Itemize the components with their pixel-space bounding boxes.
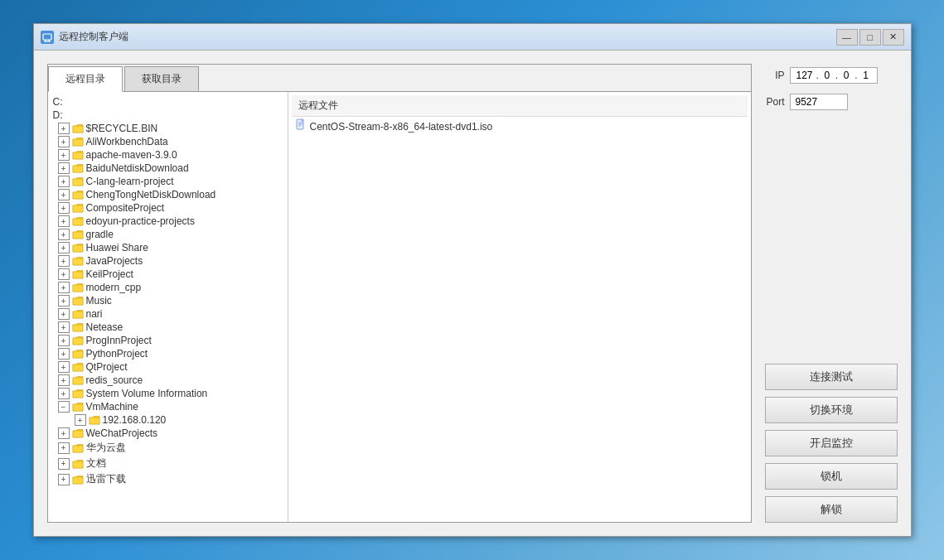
tree-expander[interactable]: +	[75, 414, 86, 426]
tree-item[interactable]: + JavaProjects	[48, 254, 288, 268]
tree-expander[interactable]: +	[58, 442, 70, 454]
tab-acquire-dir[interactable]: 获取目录	[124, 66, 199, 91]
tree-expander[interactable]: +	[58, 474, 70, 485]
tree-item-label: $RECYCLE.BIN	[86, 123, 158, 134]
tree-expander[interactable]: +	[58, 215, 70, 227]
tree-item-label: nari	[86, 308, 103, 320]
ip-input-group: . . .	[790, 67, 878, 84]
tree-item[interactable]: + ProgInnProject	[48, 334, 288, 347]
drive-c-label: C:	[53, 96, 63, 108]
folder-icon	[72, 402, 84, 412]
tree-item[interactable]: + C-lang-learn-project	[48, 175, 288, 188]
list-item[interactable]: CentOS-Stream-8-x86_64-latest-dvd1.iso	[292, 117, 748, 134]
tree-expander[interactable]: +	[58, 348, 70, 360]
tree-item[interactable]: + Music	[48, 294, 288, 307]
tree-item[interactable]: + AliWorkbenchData	[48, 135, 288, 148]
switch-env-button[interactable]: 切换环境	[765, 397, 898, 423]
tree-item-label: apache-maven-3.9.0	[86, 149, 177, 161]
tree-expander[interactable]: +	[58, 123, 70, 134]
tree-item[interactable]: + gradle	[48, 228, 288, 241]
tree-item[interactable]: + WeChatProjects	[48, 427, 288, 440]
folder-icon	[72, 336, 84, 345]
tree-item[interactable]: + KeilProject	[48, 268, 288, 281]
tree-item-label: 迅雷下载	[86, 472, 126, 486]
tree-expander[interactable]: +	[58, 136, 70, 147]
tree-expander[interactable]: +	[58, 162, 70, 174]
folder-icon	[72, 362, 84, 372]
drive-c[interactable]: C:	[48, 95, 288, 109]
ip-label: IP	[765, 70, 785, 81]
tree-item[interactable]: + System Volume Information	[48, 387, 288, 400]
tree-expander[interactable]: +	[58, 176, 70, 187]
tab-remote-dir[interactable]: 远程目录	[48, 66, 123, 92]
folder-icon	[72, 322, 84, 332]
tree-item[interactable]: + 文档	[48, 456, 288, 471]
tree-expander[interactable]: +	[58, 388, 70, 399]
ip-part-4[interactable]	[859, 70, 874, 81]
file-panel: 远程文件 CentOS-Stream-8-x86_64-latest-dvd1.…	[288, 92, 751, 522]
tree-item-label: AliWorkbenchData	[86, 136, 168, 147]
tree-item-label: Netease	[86, 321, 123, 333]
folder-icon	[72, 229, 84, 239]
tree-item[interactable]: + $RECYCLE.BIN	[48, 122, 288, 135]
tree-expander[interactable]: −	[58, 401, 70, 413]
tree-expander[interactable]: +	[58, 202, 70, 214]
tree-item[interactable]: + redis_source	[48, 374, 288, 387]
tree-item[interactable]: + Huawei Share	[48, 241, 288, 254]
file-name: CentOS-Stream-8-x86_64-latest-dvd1.iso	[310, 121, 493, 133]
tree-item[interactable]: + 迅雷下载	[48, 471, 288, 487]
ip-part-3[interactable]	[839, 70, 854, 81]
connect-test-button[interactable]: 连接测试	[765, 364, 898, 390]
tree-expander[interactable]: +	[58, 255, 70, 267]
close-button[interactable]: ✕	[883, 29, 904, 46]
tree-expander[interactable]: +	[58, 308, 70, 320]
tree-item[interactable]: + ChengTongNetDiskDownload	[48, 188, 288, 201]
ip-part-1[interactable]	[794, 70, 816, 81]
ip-part-2[interactable]	[820, 70, 835, 81]
tree-expander[interactable]: +	[58, 149, 70, 161]
window-body: 远程目录 获取目录 C: D: + $RECYCLE.BIN+ AliWorkb…	[34, 51, 911, 536]
tree-item-label: ChengTongNetDiskDownload	[86, 189, 216, 200]
tree-item[interactable]: + apache-maven-3.9.0	[48, 148, 288, 162]
tree-item[interactable]: + Netease	[48, 321, 288, 334]
tree-item-label: modern_cpp	[86, 282, 142, 293]
tree-item[interactable]: + 华为云盘	[48, 440, 288, 456]
tree-expander[interactable]: +	[58, 335, 70, 346]
tree-expander[interactable]: +	[58, 321, 70, 333]
start-monitor-button[interactable]: 开启监控	[765, 430, 898, 456]
tree-expander[interactable]: +	[58, 427, 70, 439]
lock-button[interactable]: 锁机	[765, 463, 898, 490]
tree-item[interactable]: + modern_cpp	[48, 281, 288, 294]
drive-d[interactable]: D:	[48, 109, 288, 122]
file-icon	[295, 118, 307, 130]
folder-icon	[72, 190, 84, 200]
folder-icon	[72, 243, 84, 253]
tree-item[interactable]: + nari	[48, 307, 288, 321]
maximize-button[interactable]: □	[859, 29, 881, 46]
tree-item-label: C-lang-learn-project	[86, 176, 174, 187]
tree-expander[interactable]: +	[58, 268, 70, 280]
tree-item[interactable]: + CompositeProject	[48, 201, 288, 215]
tree-panel[interactable]: C: D: + $RECYCLE.BIN+ AliWorkbenchData+ …	[48, 92, 288, 522]
tree-expander[interactable]: +	[58, 374, 70, 386]
tree-expander[interactable]: +	[58, 361, 70, 373]
tree-expander[interactable]: +	[58, 242, 70, 253]
tree-item[interactable]: + PythonProject	[48, 347, 288, 360]
port-input[interactable]	[790, 94, 848, 110]
tree-item[interactable]: + 192.168.0.120	[48, 413, 288, 427]
folder-icon	[72, 459, 84, 469]
tree-item[interactable]: + edoyun-practice-projects	[48, 215, 288, 228]
tree-expander[interactable]: +	[58, 458, 70, 470]
tree-expander[interactable]: +	[58, 229, 70, 240]
tree-expander[interactable]: +	[58, 295, 70, 307]
tree-item[interactable]: − VmMachine	[48, 400, 288, 413]
spacer	[765, 123, 898, 357]
tree-expander[interactable]: +	[58, 189, 70, 200]
unlock-button[interactable]: 解锁	[765, 496, 898, 523]
tree-expander[interactable]: +	[58, 282, 70, 293]
tree-item[interactable]: + QtProject	[48, 360, 288, 374]
right-panel: IP . . . Port 连接测试 切换环境 开启监控	[765, 64, 898, 523]
tree-item[interactable]: + BaiduNetdiskDownload	[48, 162, 288, 175]
panels-row: C: D: + $RECYCLE.BIN+ AliWorkbenchData+ …	[48, 92, 751, 522]
minimize-button[interactable]: —	[836, 29, 858, 46]
